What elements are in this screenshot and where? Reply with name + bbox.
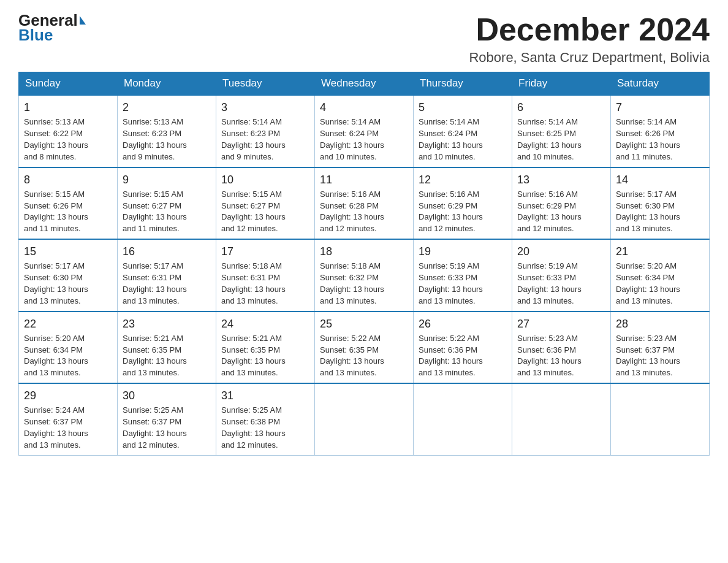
calendar-day-cell: 24Sunrise: 5:21 AMSunset: 6:35 PMDayligh… — [216, 312, 315, 383]
day-number: 15 — [24, 243, 112, 259]
calendar-day-cell: 19Sunrise: 5:19 AMSunset: 6:33 PMDayligh… — [414, 239, 512, 311]
day-number: 7 — [616, 99, 704, 115]
day-number: 28 — [616, 316, 704, 332]
day-info: Sunrise: 5:14 AMSunset: 6:26 PMDaylight:… — [616, 117, 704, 163]
day-number: 27 — [517, 316, 605, 332]
calendar-day-cell: 21Sunrise: 5:20 AMSunset: 6:34 PMDayligh… — [611, 239, 710, 311]
main-title: December 2024 — [469, 12, 710, 47]
day-info: Sunrise: 5:13 AMSunset: 6:22 PMDaylight:… — [24, 117, 112, 163]
logo: General Blue — [18, 12, 86, 45]
calendar-day-cell: 4Sunrise: 5:14 AMSunset: 6:24 PMDaylight… — [315, 95, 414, 167]
calendar-day-cell: 15Sunrise: 5:17 AMSunset: 6:30 PMDayligh… — [19, 239, 118, 311]
calendar-week-row: 15Sunrise: 5:17 AMSunset: 6:30 PMDayligh… — [19, 239, 710, 311]
day-info: Sunrise: 5:14 AMSunset: 6:23 PMDaylight:… — [221, 117, 309, 163]
day-of-week-header: Sunday — [19, 72, 118, 96]
day-of-week-header: Tuesday — [216, 72, 315, 96]
calendar-day-cell — [315, 383, 414, 455]
day-number: 3 — [221, 99, 309, 115]
day-number: 20 — [517, 243, 605, 259]
calendar-day-cell: 5Sunrise: 5:14 AMSunset: 6:24 PMDaylight… — [414, 95, 512, 167]
day-info: Sunrise: 5:21 AMSunset: 6:35 PMDaylight:… — [123, 333, 211, 379]
title-block: December 2024 Robore, Santa Cruz Departm… — [469, 12, 710, 66]
day-number: 8 — [24, 172, 112, 188]
calendar-day-cell: 30Sunrise: 5:25 AMSunset: 6:37 PMDayligh… — [118, 383, 216, 455]
day-of-week-header: Friday — [512, 72, 611, 96]
day-number: 29 — [24, 388, 112, 404]
day-number: 18 — [320, 243, 408, 259]
day-info: Sunrise: 5:17 AMSunset: 6:30 PMDaylight:… — [24, 261, 112, 307]
day-number: 2 — [123, 99, 211, 115]
day-number: 12 — [419, 172, 507, 188]
calendar-day-cell: 11Sunrise: 5:16 AMSunset: 6:28 PMDayligh… — [315, 167, 414, 239]
calendar-day-cell: 16Sunrise: 5:17 AMSunset: 6:31 PMDayligh… — [118, 239, 216, 311]
calendar-day-cell: 8Sunrise: 5:15 AMSunset: 6:26 PMDaylight… — [19, 167, 118, 239]
day-number: 23 — [123, 316, 211, 332]
day-info: Sunrise: 5:18 AMSunset: 6:32 PMDaylight:… — [320, 261, 408, 307]
day-info: Sunrise: 5:15 AMSunset: 6:27 PMDaylight:… — [221, 189, 309, 235]
day-info: Sunrise: 5:21 AMSunset: 6:35 PMDaylight:… — [221, 333, 309, 379]
page-header: General Blue December 2024 Robore, Santa… — [18, 12, 710, 66]
day-info: Sunrise: 5:15 AMSunset: 6:27 PMDaylight:… — [123, 189, 211, 235]
day-info: Sunrise: 5:17 AMSunset: 6:30 PMDaylight:… — [616, 189, 704, 235]
day-info: Sunrise: 5:19 AMSunset: 6:33 PMDaylight:… — [419, 261, 507, 307]
day-info: Sunrise: 5:17 AMSunset: 6:31 PMDaylight:… — [123, 261, 211, 307]
calendar-header-row: SundayMondayTuesdayWednesdayThursdayFrid… — [19, 72, 710, 96]
day-number: 17 — [221, 243, 309, 259]
calendar-day-cell: 9Sunrise: 5:15 AMSunset: 6:27 PMDaylight… — [118, 167, 216, 239]
calendar-day-cell: 20Sunrise: 5:19 AMSunset: 6:33 PMDayligh… — [512, 239, 611, 311]
calendar-day-cell: 25Sunrise: 5:22 AMSunset: 6:35 PMDayligh… — [315, 312, 414, 383]
day-info: Sunrise: 5:18 AMSunset: 6:31 PMDaylight:… — [221, 261, 309, 307]
calendar-day-cell — [611, 383, 710, 455]
day-number: 31 — [221, 388, 309, 404]
subtitle: Robore, Santa Cruz Department, Bolivia — [469, 50, 710, 66]
day-number: 10 — [221, 172, 309, 188]
calendar-week-row: 1Sunrise: 5:13 AMSunset: 6:22 PMDaylight… — [19, 95, 710, 167]
calendar-week-row: 22Sunrise: 5:20 AMSunset: 6:34 PMDayligh… — [19, 312, 710, 383]
day-info: Sunrise: 5:13 AMSunset: 6:23 PMDaylight:… — [123, 117, 211, 163]
day-info: Sunrise: 5:16 AMSunset: 6:29 PMDaylight:… — [517, 189, 605, 235]
day-info: Sunrise: 5:15 AMSunset: 6:26 PMDaylight:… — [24, 189, 112, 235]
day-info: Sunrise: 5:16 AMSunset: 6:28 PMDaylight:… — [320, 189, 408, 235]
day-info: Sunrise: 5:22 AMSunset: 6:36 PMDaylight:… — [419, 333, 507, 379]
calendar-week-row: 8Sunrise: 5:15 AMSunset: 6:26 PMDaylight… — [19, 167, 710, 239]
calendar-day-cell: 17Sunrise: 5:18 AMSunset: 6:31 PMDayligh… — [216, 239, 315, 311]
day-info: Sunrise: 5:25 AMSunset: 6:38 PMDaylight:… — [221, 405, 309, 451]
day-number: 24 — [221, 316, 309, 332]
day-info: Sunrise: 5:24 AMSunset: 6:37 PMDaylight:… — [24, 405, 112, 451]
calendar-day-cell: 28Sunrise: 5:23 AMSunset: 6:37 PMDayligh… — [611, 312, 710, 383]
day-number: 22 — [24, 316, 112, 332]
day-number: 13 — [517, 172, 605, 188]
day-of-week-header: Saturday — [611, 72, 710, 96]
day-info: Sunrise: 5:19 AMSunset: 6:33 PMDaylight:… — [517, 261, 605, 307]
calendar-week-row: 29Sunrise: 5:24 AMSunset: 6:37 PMDayligh… — [19, 383, 710, 455]
calendar-day-cell: 29Sunrise: 5:24 AMSunset: 6:37 PMDayligh… — [19, 383, 118, 455]
day-of-week-header: Thursday — [414, 72, 512, 96]
day-of-week-header: Monday — [118, 72, 216, 96]
day-info: Sunrise: 5:23 AMSunset: 6:37 PMDaylight:… — [616, 333, 704, 379]
day-number: 6 — [517, 99, 605, 115]
calendar-day-cell: 26Sunrise: 5:22 AMSunset: 6:36 PMDayligh… — [414, 312, 512, 383]
calendar-day-cell: 7Sunrise: 5:14 AMSunset: 6:26 PMDaylight… — [611, 95, 710, 167]
day-number: 16 — [123, 243, 211, 259]
calendar-day-cell: 13Sunrise: 5:16 AMSunset: 6:29 PMDayligh… — [512, 167, 611, 239]
day-info: Sunrise: 5:20 AMSunset: 6:34 PMDaylight:… — [24, 333, 112, 379]
calendar-day-cell — [512, 383, 611, 455]
day-number: 21 — [616, 243, 704, 259]
day-info: Sunrise: 5:14 AMSunset: 6:24 PMDaylight:… — [419, 117, 507, 163]
day-number: 30 — [123, 388, 211, 404]
calendar-day-cell: 22Sunrise: 5:20 AMSunset: 6:34 PMDayligh… — [19, 312, 118, 383]
calendar-day-cell: 3Sunrise: 5:14 AMSunset: 6:23 PMDaylight… — [216, 95, 315, 167]
day-number: 4 — [320, 99, 408, 115]
calendar-day-cell: 2Sunrise: 5:13 AMSunset: 6:23 PMDaylight… — [118, 95, 216, 167]
calendar-day-cell: 1Sunrise: 5:13 AMSunset: 6:22 PMDaylight… — [19, 95, 118, 167]
day-number: 9 — [123, 172, 211, 188]
calendar-table: SundayMondayTuesdayWednesdayThursdayFrid… — [18, 72, 710, 455]
day-info: Sunrise: 5:25 AMSunset: 6:37 PMDaylight:… — [123, 405, 211, 451]
day-number: 14 — [616, 172, 704, 188]
day-info: Sunrise: 5:22 AMSunset: 6:35 PMDaylight:… — [320, 333, 408, 379]
calendar-day-cell: 14Sunrise: 5:17 AMSunset: 6:30 PMDayligh… — [611, 167, 710, 239]
calendar-day-cell: 18Sunrise: 5:18 AMSunset: 6:32 PMDayligh… — [315, 239, 414, 311]
calendar-day-cell: 10Sunrise: 5:15 AMSunset: 6:27 PMDayligh… — [216, 167, 315, 239]
day-number: 5 — [419, 99, 507, 115]
day-of-week-header: Wednesday — [315, 72, 414, 96]
